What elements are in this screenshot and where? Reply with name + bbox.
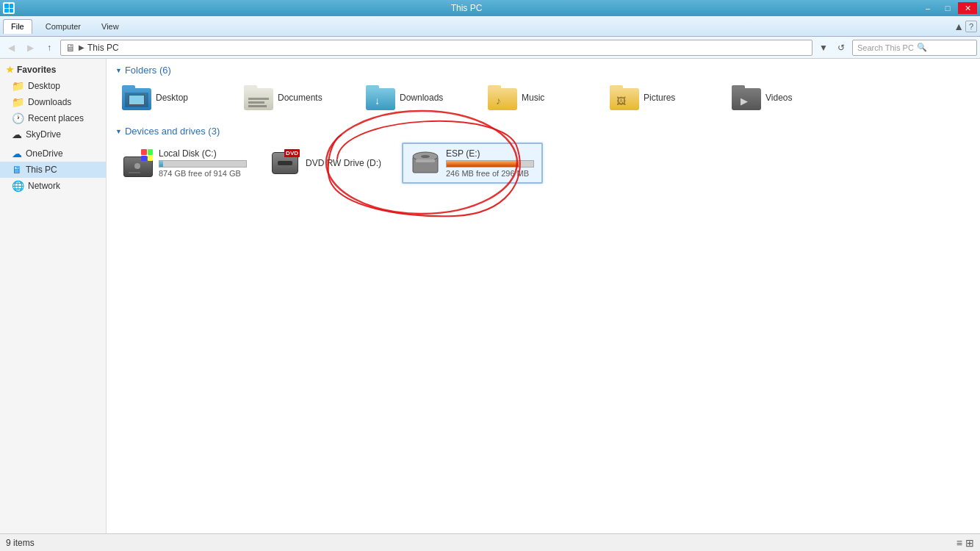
help-button[interactable]: ? [965, 21, 977, 32]
folder-downloads[interactable]: ↓ Downloads [359, 82, 477, 114]
device-local-disk[interactable]: Local Disk (C:) 874 GB free of 914 GB [115, 143, 255, 184]
desktop-folder-icon-large [122, 85, 151, 110]
thispc-icon: 🖥 [12, 164, 22, 176]
folders-section-header[interactable]: Folders (6) [115, 65, 971, 76]
close-button[interactable]: ✕ [958, 2, 977, 14]
esp-disk-svg [411, 151, 439, 176]
title-bar: This PC – □ ✕ [0, 0, 980, 16]
star-icon: ★ [6, 65, 14, 75]
desktop-folder-icon: 📁 [12, 80, 24, 92]
folder-videos[interactable]: ▶ Videos [725, 82, 843, 114]
downloads-folder-icon-large: ↓ [366, 85, 395, 110]
sidebar-onedrive-label: OneDrive [26, 148, 63, 159]
status-bar: 9 items ≡ ⊞ [0, 533, 980, 551]
local-disk-icon [123, 148, 153, 178]
status-right: ≡ ⊞ [956, 537, 974, 549]
search-box[interactable]: Search This PC 🔍 [852, 40, 977, 56]
window-title: This PC [15, 3, 918, 13]
search-icon: 🔍 [917, 43, 927, 52]
tab-file[interactable]: File [3, 19, 32, 34]
esp-icon-wrap [411, 148, 440, 178]
pictures-folder-icon-large: 🖼 [610, 85, 639, 110]
ribbon-collapse-button[interactable]: ▲ [954, 21, 964, 32]
music-folder-label: Music [522, 93, 544, 103]
local-disk-progress [159, 160, 247, 168]
esp-progress [446, 160, 534, 168]
window-icon [3, 2, 15, 14]
computer-icon: 🖥 [65, 42, 76, 54]
address-field[interactable]: 🖥 ▶ This PC [60, 40, 813, 56]
local-disk-fill [159, 161, 163, 167]
device-esp[interactable]: ESP (E:) 246 MB free of 296 MB [402, 143, 543, 184]
tab-computer[interactable]: Computer [38, 19, 88, 34]
downloads-folder-label: Downloads [400, 93, 443, 103]
local-disk-info: Local Disk (C:) 874 GB free of 914 GB [159, 148, 247, 178]
minimize-button[interactable]: – [918, 2, 937, 14]
folder-pictures[interactable]: 🖼 Pictures [603, 82, 721, 114]
folders-section-title: Folders (6) [125, 65, 171, 76]
downloads-folder-icon: 📁 [12, 96, 24, 108]
esp-name: ESP (E:) [446, 148, 534, 159]
tab-view[interactable]: View [94, 19, 126, 34]
folder-music[interactable]: ♪ Music [481, 82, 599, 114]
sidebar-network-label: Network [28, 181, 60, 191]
main-layout: ★ Favorites 📁 Desktop 📁 Downloads 🕐 Rece… [0, 59, 980, 533]
documents-folder-icon-large [244, 85, 273, 110]
esp-space: 246 MB free of 296 MB [446, 169, 534, 178]
sidebar-thispc-label: This PC [26, 165, 57, 175]
sidebar-recent-label: Recent places [28, 113, 84, 123]
videos-folder-icon-large: ▶ [732, 85, 761, 110]
local-disk-space: 874 GB free of 914 GB [159, 169, 247, 178]
devices-grid: Local Disk (C:) 874 GB free of 914 GB DV… [115, 143, 971, 184]
sidebar-item-skydrive[interactable]: ☁ SkyDrive [0, 126, 106, 143]
pictures-folder-label: Pictures [644, 93, 675, 103]
sidebar-item-recent-places[interactable]: 🕐 Recent places [0, 110, 106, 126]
esp-fill [447, 161, 519, 167]
sidebar-item-onedrive[interactable]: ☁ OneDrive [0, 145, 106, 162]
sidebar-item-network[interactable]: 🌐 Network [0, 178, 106, 194]
folders-grid: Desktop Documents [115, 82, 971, 114]
maximize-button[interactable]: □ [938, 2, 957, 14]
content-area: Folders (6) Desktop [107, 59, 980, 533]
svg-point-2 [421, 155, 430, 158]
view-list-icon[interactable]: ≡ [956, 537, 962, 549]
dvd-icon: DVD [270, 148, 300, 178]
forward-button[interactable]: ▶ [22, 40, 38, 56]
search-placeholder: Search This PC [857, 43, 914, 52]
folder-documents[interactable]: Documents [237, 82, 355, 114]
music-folder-icon-large: ♪ [488, 85, 517, 110]
ribbon: File Computer View ▲ ? [0, 16, 980, 37]
sidebar-downloads-label: Downloads [28, 97, 71, 107]
desktop-folder-label: Desktop [156, 93, 188, 103]
dvd-name: DVD RW Drive (D:) [306, 158, 381, 168]
view-grid-icon[interactable]: ⊞ [965, 537, 974, 549]
svg-rect-3 [416, 159, 435, 162]
devices-section-header[interactable]: Devices and drives (3) [115, 126, 971, 137]
sidebar-item-desktop[interactable]: 📁 Desktop [0, 78, 106, 94]
breadcrumb-separator: ▶ [79, 43, 84, 51]
videos-folder-label: Videos [765, 93, 792, 103]
sidebar-item-downloads[interactable]: 📁 Downloads [0, 94, 106, 110]
breadcrumb-current: This PC [87, 43, 119, 53]
sidebar-item-thispc[interactable]: 🖥 This PC [0, 162, 106, 178]
device-dvd[interactable]: DVD DVD RW Drive (D:) [262, 143, 394, 184]
refresh-button[interactable]: ↺ [833, 40, 849, 56]
skydrive-icon: ☁ [12, 129, 22, 140]
up-button[interactable]: ↑ [41, 40, 57, 56]
favorites-header[interactable]: ★ Favorites [0, 62, 106, 78]
esp-info: ESP (E:) 246 MB free of 296 MB [446, 148, 534, 178]
window-controls: – □ ✕ [918, 2, 977, 14]
title-bar-left [3, 2, 15, 14]
sidebar: ★ Favorites 📁 Desktop 📁 Downloads 🕐 Rece… [0, 59, 107, 533]
address-bar: ◀ ▶ ↑ 🖥 ▶ This PC ▼ ↺ Search This PC 🔍 [0, 37, 980, 59]
local-disk-name: Local Disk (C:) [159, 148, 247, 159]
sidebar-desktop-label: Desktop [28, 81, 60, 91]
address-right: ▼ ↺ [815, 40, 849, 56]
favorites-label: Favorites [17, 65, 56, 75]
network-icon: 🌐 [12, 180, 24, 192]
back-button[interactable]: ◀ [3, 40, 19, 56]
dropdown-button[interactable]: ▼ [815, 40, 832, 56]
onedrive-icon: ☁ [12, 148, 22, 159]
folder-desktop[interactable]: Desktop [115, 82, 233, 114]
item-count: 9 items [6, 538, 35, 548]
